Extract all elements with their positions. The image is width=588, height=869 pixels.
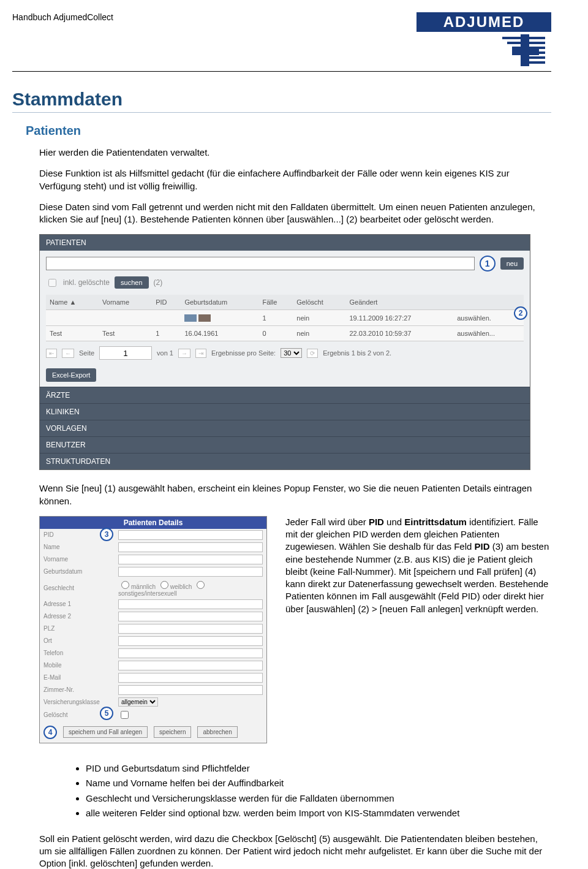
- adjumed-logo: ADJUMED: [417, 12, 551, 67]
- auswaehlen-link[interactable]: auswählen.2: [453, 310, 524, 326]
- pager-perpage-label: Ergebnisse pro Seite:: [211, 349, 276, 357]
- vers-select[interactable]: allgemein: [118, 697, 158, 707]
- accordion-vorlagen[interactable]: VORLAGEN: [40, 420, 530, 436]
- patienten-list-screenshot: PATIENTEN 1 neu inkl. gelöschte suchen (…: [39, 234, 530, 470]
- accordion-kliniken[interactable]: KLINIKEN: [40, 403, 530, 420]
- save-button[interactable]: speichern: [154, 726, 191, 738]
- intro-para-3: Diese Daten sind vom Fall getrennt und w…: [39, 201, 551, 226]
- side-paragraph: Jeder Fall wird über PID und Eintrittsda…: [285, 516, 551, 615]
- marker-2: 2: [514, 306, 527, 320]
- zimmer-field[interactable]: [118, 685, 263, 695]
- adr1-field[interactable]: [118, 599, 263, 609]
- col-geb[interactable]: Geburtsdatum: [181, 295, 258, 310]
- table-row: 1 nein 19.11.2009 16:27:27 auswählen.2: [46, 310, 524, 326]
- excel-export-button[interactable]: Excel-Export: [46, 368, 96, 382]
- field-ort-label: Ort: [40, 635, 115, 647]
- popup-title: Patienten Details: [40, 517, 266, 529]
- field-geschlecht-label: Geschlecht: [40, 578, 115, 598]
- field-zimmer-label: Zimmer-Nr.: [40, 684, 115, 696]
- field-geb-label: Geburtsdatum: [40, 566, 115, 578]
- pager-next-icon[interactable]: →: [178, 349, 190, 358]
- accordion-strukturdaten[interactable]: STRUKTURDATEN: [40, 453, 530, 469]
- adr2-field[interactable]: [118, 612, 263, 621]
- marker-5: 5: [100, 707, 113, 720]
- col-vorname[interactable]: Vorname: [99, 295, 152, 310]
- intro-para-2: Diese Funktion ist als Hilfsmittel gedac…: [39, 167, 551, 192]
- search-input[interactable]: [46, 257, 475, 270]
- incl-deleted-label: inkl. gelöschte: [63, 278, 110, 287]
- field-vers-label: Versicherungsklasse: [40, 696, 115, 708]
- geb-field[interactable]: [118, 567, 263, 577]
- email-field[interactable]: [118, 673, 263, 683]
- deleted-checkbox[interactable]: [121, 711, 129, 719]
- col-gel[interactable]: Gelöscht: [293, 295, 345, 310]
- field-adr2-label: Adresse 2: [40, 610, 115, 623]
- svg-rect-7: [527, 61, 545, 64]
- save-and-create-button[interactable]: speichern und Fall anlegen: [63, 726, 148, 738]
- col-action: [453, 295, 524, 310]
- patienten-table: Name ▲ Vorname PID Geburtsdatum Fälle Ge…: [46, 295, 524, 341]
- gender-m-radio[interactable]: [121, 581, 129, 589]
- marker-2-label: (2): [154, 278, 163, 287]
- bullet-list: PID und Geburtsdatum sind Pflichtfelder …: [61, 762, 551, 821]
- pager-first-icon[interactable]: ⇤: [46, 349, 57, 358]
- pid-field[interactable]: [118, 530, 263, 540]
- list-item: alle weiteren Felder sind optional bzw. …: [86, 806, 551, 821]
- cancel-button[interactable]: abbrechen: [197, 726, 237, 738]
- field-tel-label: Telefon: [40, 647, 115, 659]
- marker-4: 4: [43, 726, 57, 739]
- pager-prev-icon[interactable]: ←: [62, 349, 74, 358]
- pager-reload-icon[interactable]: ⟳: [307, 349, 318, 358]
- pager-result-text: Ergebnis 1 bis 2 von 2.: [323, 349, 391, 357]
- plz-field[interactable]: [118, 624, 263, 634]
- gender-w-radio[interactable]: [160, 581, 168, 589]
- field-plz-label: PLZ: [40, 623, 115, 635]
- accordion-patienten[interactable]: PATIENTEN: [40, 235, 530, 251]
- gender-s-radio[interactable]: [197, 581, 205, 589]
- pager: ⇤ ← Seite von 1 → ⇥ Ergebnisse pro Seite…: [46, 341, 524, 366]
- pager-last-icon[interactable]: ⇥: [195, 349, 206, 358]
- col-pid[interactable]: PID: [152, 295, 181, 310]
- list-item: Geschlecht und Versicherungsklasse werde…: [86, 792, 551, 806]
- incl-deleted-checkbox[interactable]: [48, 279, 56, 287]
- list-item: PID und Geburtsdatum sind Pflichtfelder: [86, 762, 551, 776]
- field-name-label: Name: [40, 541, 115, 553]
- svg-rect-9: [512, 47, 539, 55]
- col-name[interactable]: Name ▲: [46, 295, 99, 310]
- marker-3: 3: [100, 528, 113, 541]
- list-item: Name und Vorname helfen bei der Auffindb…: [86, 776, 551, 791]
- field-vorname-label: Vorname: [40, 553, 115, 566]
- marker-1: 1: [480, 256, 496, 271]
- heading-stammdaten: Stammdaten: [12, 89, 551, 113]
- para-popup-intro: Wenn Sie [neu] (1) ausgewählt haben, ers…: [39, 482, 551, 507]
- table-row: Test Test 1 16.04.1961 0 nein 22.03.2010…: [46, 326, 524, 341]
- field-adr1-label: Adresse 1: [40, 598, 115, 610]
- intro-para-1: Hier werden die Patientendaten verwaltet…: [39, 146, 551, 159]
- accordion-benutzer[interactable]: BENUTZER: [40, 436, 530, 453]
- neu-button[interactable]: neu: [500, 257, 524, 270]
- pager-von-label: von 1: [157, 349, 173, 357]
- ort-field[interactable]: [118, 636, 263, 646]
- suchen-button[interactable]: suchen: [115, 276, 148, 289]
- para-delete-info: Soll ein Patient gelöscht werden, wird d…: [39, 833, 551, 869]
- pager-page-input[interactable]: [99, 346, 152, 360]
- field-mobile-label: Mobile: [40, 659, 115, 672]
- pager-seite-label: Seite: [79, 349, 94, 357]
- vorname-field[interactable]: [118, 555, 263, 564]
- auswaehlen-link[interactable]: auswählen...: [453, 326, 524, 341]
- field-email-label: E-Mail: [40, 672, 115, 684]
- col-geaendert[interactable]: Geändert: [346, 295, 454, 310]
- heading-patienten: Patienten: [26, 124, 551, 138]
- mobile-field[interactable]: [118, 661, 263, 670]
- col-faelle[interactable]: Fälle: [259, 295, 293, 310]
- header-divider: [12, 71, 551, 72]
- manual-title: Handbuch AdjumedCollect: [12, 12, 113, 22]
- name-field[interactable]: [118, 542, 263, 552]
- svg-text:ADJUMED: ADJUMED: [443, 13, 525, 30]
- tel-field[interactable]: [118, 648, 263, 658]
- patient-details-popup: Patienten Details PID3 Name Vorname Gebu…: [39, 516, 267, 743]
- pager-perpage-select[interactable]: 30: [281, 348, 302, 358]
- accordion-aerzte[interactable]: ÄRZTE: [40, 387, 530, 403]
